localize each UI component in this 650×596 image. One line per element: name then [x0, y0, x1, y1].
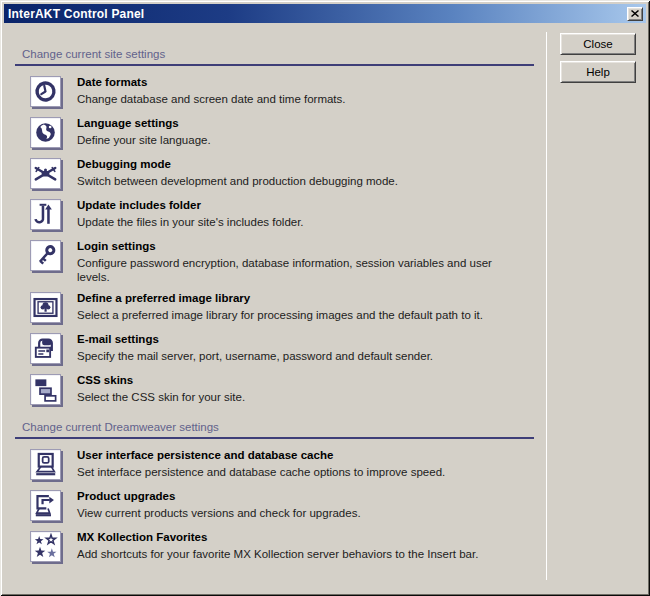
key-icon[interactable] [30, 240, 61, 271]
setting-item-title[interactable]: Login settings [77, 240, 517, 252]
section-header-change-current-site-settings: Change current site settings [15, 48, 534, 66]
setting-item-title[interactable]: Debugging mode [77, 158, 517, 170]
setting-item-title[interactable]: User interface persistence and database … [77, 449, 517, 461]
monitor-icon[interactable] [30, 449, 61, 480]
setting-item-update-includes-folder[interactable]: Update includes folder Update the files … [15, 198, 534, 232]
css-skins-icon[interactable] [30, 374, 61, 405]
interakt-control-panel-dialog: InterAKT Control Panel Change current si… [0, 0, 650, 596]
clock-icon[interactable] [30, 76, 61, 107]
setting-item-mx-kollection-favorites[interactable]: MX Kollection Favorites Add shortcuts fo… [15, 530, 534, 564]
setting-item-define-a-preferred-image-library[interactable]: Define a preferred image library Select … [15, 291, 534, 325]
setting-item-description: Select a preferred image library for pro… [77, 309, 517, 323]
setting-item-title[interactable]: Update includes folder [77, 199, 517, 211]
setting-item-description: Add shortcuts for your favorite MX Kolle… [77, 548, 517, 562]
vertical-divider [546, 32, 547, 580]
setting-item-title[interactable]: Product upgrades [77, 490, 517, 502]
update-arrows-icon[interactable] [30, 199, 61, 230]
side-button-panel: Close Help [560, 33, 636, 89]
section-header-change-current-dreamweaver-settings: Change current Dreamweaver settings [15, 421, 534, 439]
setting-item-description: View current products versions and check… [77, 507, 517, 521]
setting-item-user-interface-persistence-and-database-cache[interactable]: User interface persistence and database … [15, 448, 534, 482]
setting-item-title[interactable]: E-mail settings [77, 333, 517, 345]
email-icon[interactable] [30, 333, 61, 364]
globe-icon[interactable] [30, 117, 61, 148]
setting-item-product-upgrades[interactable]: Product upgrades View current products v… [15, 489, 534, 523]
setting-item-description: Update the files in your site's includes… [77, 216, 517, 230]
setting-item-description: Configure password encryption, database … [77, 257, 517, 284]
setting-item-login-settings[interactable]: Login settings Configure password encryp… [15, 239, 534, 284]
setting-item-title[interactable]: Date formats [77, 76, 517, 88]
stars-icon[interactable] [30, 531, 61, 562]
setting-item-title[interactable]: Language settings [77, 117, 517, 129]
bug-icon[interactable] [30, 158, 61, 189]
setting-item-description: Change database and screen date and time… [77, 93, 517, 107]
setting-item-description: Set interface persistence and database c… [77, 466, 517, 480]
setting-item-e-mail-settings[interactable]: E-mail settings Specify the mail server,… [15, 332, 534, 366]
close-button[interactable]: Close [560, 33, 636, 55]
setting-item-description: Define your site language. [77, 134, 517, 148]
setting-item-date-formats[interactable]: Date formats Change database and screen … [15, 75, 534, 109]
title-bar[interactable]: InterAKT Control Panel [4, 4, 646, 23]
setting-item-description: Switch between development and productio… [77, 175, 517, 189]
window-title: InterAKT Control Panel [4, 7, 144, 21]
image-library-icon[interactable] [30, 292, 61, 323]
help-button[interactable]: Help [560, 61, 636, 83]
close-icon[interactable] [627, 7, 643, 21]
upgrade-icon[interactable] [30, 490, 61, 521]
setting-item-title[interactable]: MX Kollection Favorites [77, 531, 517, 543]
setting-item-title[interactable]: CSS skins [77, 374, 517, 386]
setting-item-css-skins[interactable]: CSS skins Select the CSS skin for your s… [15, 373, 534, 407]
setting-item-debugging-mode[interactable]: Debugging mode Switch between developmen… [15, 157, 534, 191]
setting-item-description: Specify the mail server, port, username,… [77, 350, 517, 364]
setting-item-language-settings[interactable]: Language settings Define your site langu… [15, 116, 534, 150]
settings-list: Change current site settings Date format… [15, 48, 534, 571]
setting-item-title[interactable]: Define a preferred image library [77, 292, 517, 304]
setting-item-description: Select the CSS skin for your site. [77, 391, 517, 405]
